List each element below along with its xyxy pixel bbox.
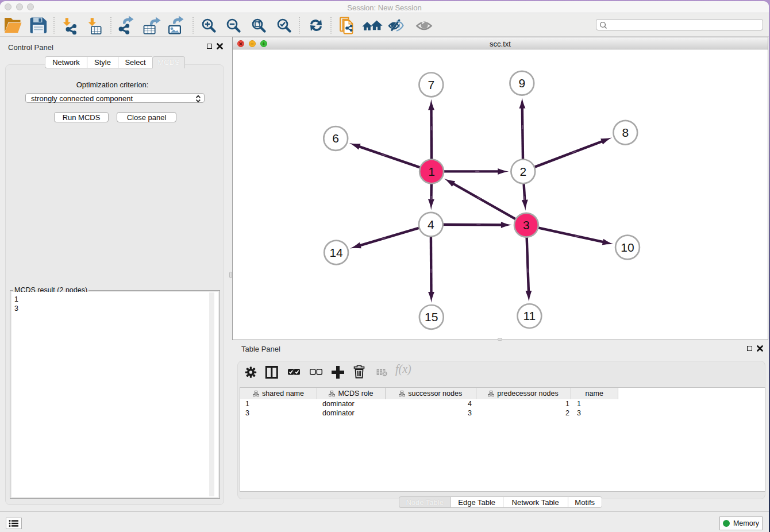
svg-text:9: 9 <box>518 76 525 90</box>
svg-text:3: 3 <box>523 218 530 232</box>
svg-text:8: 8 <box>622 126 629 139</box>
svg-text:15: 15 <box>425 310 438 323</box>
svg-text:14: 14 <box>329 246 343 259</box>
svg-text:1: 1 <box>428 164 435 178</box>
svg-text:6: 6 <box>332 132 339 145</box>
svg-text:11: 11 <box>523 309 536 322</box>
svg-text:10: 10 <box>621 241 634 254</box>
svg-text:2: 2 <box>519 164 526 178</box>
svg-text:4: 4 <box>428 218 434 231</box>
svg-text:7: 7 <box>428 78 434 91</box>
